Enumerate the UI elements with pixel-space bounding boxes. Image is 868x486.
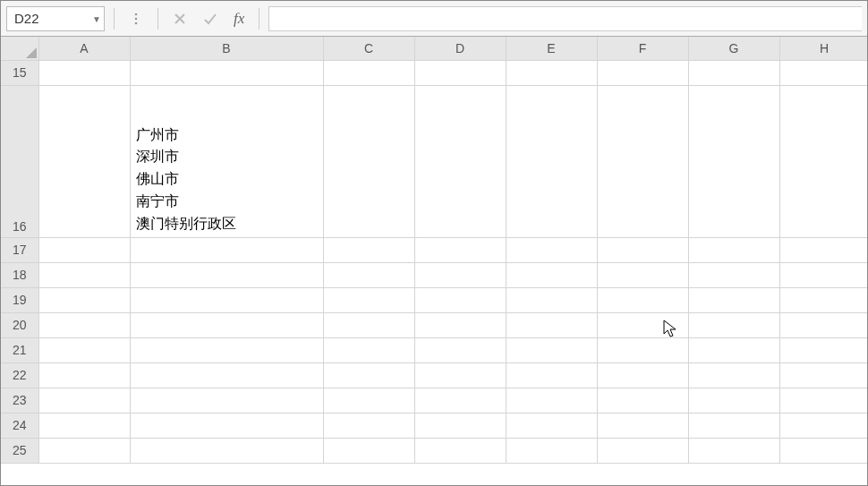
cell[interactable] [323,85,414,237]
cell[interactable] [597,362,688,388]
row-header[interactable]: 20 [1,312,38,337]
cell[interactable] [38,60,130,85]
cell[interactable] [506,388,597,413]
cell[interactable] [130,312,323,337]
row-header[interactable]: 15 [1,60,38,85]
cell[interactable] [323,287,414,312]
cell[interactable] [130,413,323,438]
cell[interactable] [506,312,597,337]
cell[interactable] [414,362,506,388]
cell[interactable] [323,312,414,337]
select-all-corner[interactable] [1,37,38,60]
cell[interactable] [506,237,597,262]
col-header[interactable]: B [130,37,323,60]
cell[interactable] [779,438,867,463]
cell[interactable] [597,85,688,237]
cell[interactable] [38,237,130,262]
cell[interactable] [688,60,779,85]
cell[interactable] [779,237,867,262]
cell[interactable] [597,413,688,438]
cell[interactable] [688,438,779,463]
cell[interactable] [130,388,323,413]
cell[interactable] [414,262,506,287]
cell[interactable] [414,85,506,237]
cell[interactable] [597,312,688,337]
cell[interactable] [688,337,779,362]
cell[interactable] [506,337,597,362]
row-header[interactable]: 17 [1,237,38,262]
cell[interactable] [414,237,506,262]
cell[interactable] [130,438,323,463]
col-header[interactable]: H [779,37,867,60]
formula-input[interactable] [268,6,862,31]
cell[interactable] [38,287,130,312]
cell[interactable] [597,262,688,287]
cell[interactable] [414,337,506,362]
cell[interactable] [323,337,414,362]
cell[interactable] [414,413,506,438]
cell[interactable] [506,438,597,463]
col-header[interactable]: D [414,37,506,60]
cell[interactable] [323,237,414,262]
cell[interactable] [130,362,323,388]
cell[interactable] [130,337,323,362]
cell[interactable] [38,413,130,438]
cell[interactable] [779,337,867,362]
options-icon[interactable] [123,6,149,31]
confirm-icon[interactable] [198,6,223,31]
cell[interactable] [414,60,506,85]
col-header[interactable]: E [506,37,597,60]
row-header[interactable]: 21 [1,337,38,362]
cell[interactable] [323,438,414,463]
cell[interactable] [323,262,414,287]
cell[interactable] [597,337,688,362]
cell[interactable] [414,438,506,463]
cell[interactable] [779,85,867,237]
col-header[interactable]: F [597,37,688,60]
name-box[interactable] [6,6,105,31]
cell[interactable] [688,388,779,413]
cell[interactable] [38,388,130,413]
cell[interactable] [688,413,779,438]
cell[interactable] [130,287,323,312]
cell[interactable] [506,60,597,85]
col-header[interactable]: C [323,37,414,60]
cell[interactable] [597,287,688,312]
cell[interactable] [506,287,597,312]
cell[interactable] [130,60,323,85]
cancel-icon[interactable] [167,6,192,31]
cell[interactable] [323,388,414,413]
cell[interactable] [779,362,867,388]
fx-icon[interactable]: fx [228,10,250,28]
cell[interactable] [506,262,597,287]
row-header[interactable]: 19 [1,287,38,312]
col-header[interactable]: A [38,37,130,60]
cell[interactable] [779,60,867,85]
cell[interactable] [597,388,688,413]
row-header[interactable]: 23 [1,388,38,413]
row-header[interactable]: 16 [1,85,38,237]
cell[interactable] [779,413,867,438]
cell[interactable] [38,438,130,463]
cell[interactable] [130,237,323,262]
cell[interactable] [688,237,779,262]
cell-B16[interactable]: 广州市 深圳市 佛山市 南宁市 澳门特别行政区 [130,85,323,237]
cell[interactable] [688,262,779,287]
cell[interactable] [38,337,130,362]
cell[interactable] [38,262,130,287]
row-header[interactable]: 18 [1,262,38,287]
cell[interactable] [506,413,597,438]
row-header[interactable]: 24 [1,413,38,438]
cell[interactable] [779,312,867,337]
cell[interactable] [688,362,779,388]
cell[interactable] [597,438,688,463]
row-header[interactable]: 22 [1,362,38,388]
cell[interactable] [414,388,506,413]
cell[interactable] [38,85,130,237]
cell[interactable] [688,312,779,337]
row-header[interactable]: 25 [1,438,38,463]
cell[interactable] [323,60,414,85]
cell[interactable] [38,362,130,388]
cell[interactable] [414,312,506,337]
cell[interactable] [779,287,867,312]
